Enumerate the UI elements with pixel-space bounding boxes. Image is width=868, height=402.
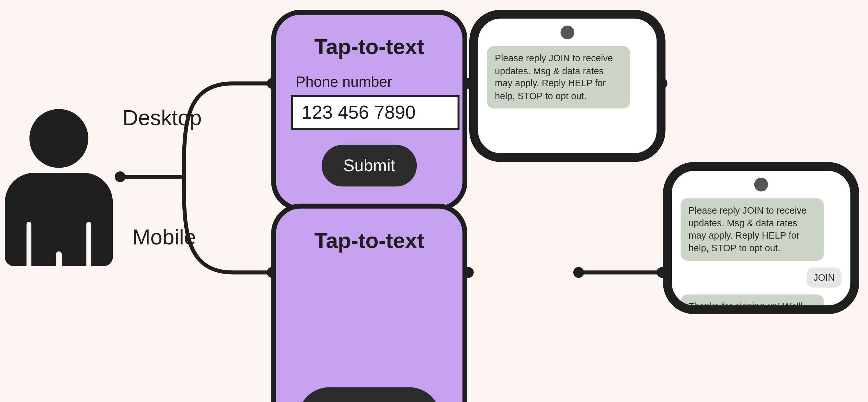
phone-number-input[interactable] (291, 95, 460, 130)
svg-point-9 (573, 267, 584, 278)
svg-point-0 (115, 171, 125, 182)
card-title: Tap-to-text (291, 34, 448, 59)
user-icon (5, 109, 113, 266)
desktop-phone-step1: Please reply JOIN to receive updates. Ms… (469, 10, 665, 162)
desktop-form-card: Tap-to-text Phone number Submit (271, 10, 467, 211)
sms-incoming: Please reply JOIN to receive updates. Ms… (487, 46, 630, 108)
branch-label-mobile: Mobile (132, 225, 196, 249)
desktop-phone-step2: Please reply JOIN to receive updates. Ms… (663, 162, 859, 314)
mobile-form-card: Tap-to-text Tap to subscribe (271, 204, 467, 402)
tap-to-subscribe-button[interactable]: Tap to subscribe (298, 387, 440, 402)
sms-confirm: Thanks for signing up! We'll share new r… (681, 295, 824, 314)
sms-incoming: Please reply JOIN to receive updates. Ms… (681, 198, 824, 261)
sms-outgoing: JOIN (806, 267, 841, 288)
card-title: Tap-to-text (291, 228, 448, 253)
phone-camera-icon (561, 26, 574, 39)
branch-label-desktop: Desktop (123, 106, 202, 130)
phone-camera-icon (754, 178, 768, 191)
phone-field-label: Phone number (296, 74, 443, 90)
submit-button[interactable]: Submit (321, 145, 416, 186)
